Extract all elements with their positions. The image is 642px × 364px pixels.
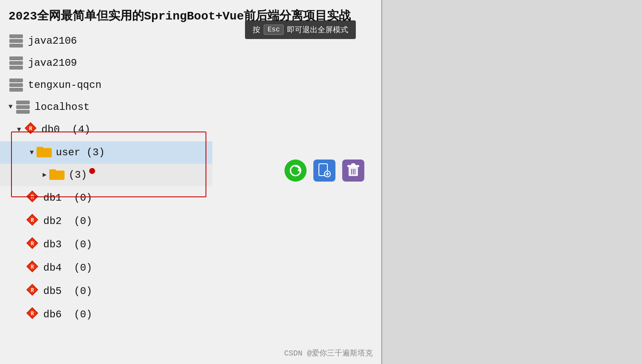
arrow-unnamed: ► bbox=[42, 171, 47, 179]
tree-item-db4[interactable]: R db4 (0) bbox=[0, 256, 212, 280]
esc-key-badge: Esc bbox=[264, 25, 284, 35]
label-db5: db5 (0) bbox=[43, 286, 92, 297]
svg-text:R: R bbox=[31, 218, 34, 224]
folder-icon-user bbox=[37, 145, 52, 160]
db-icon-db5: R bbox=[25, 283, 39, 300]
label-db6: db6 (0) bbox=[43, 309, 92, 320]
server-icon-tengxun-qqcn bbox=[8, 77, 24, 92]
fullscreen-prefix: 按 bbox=[253, 25, 260, 35]
tree-item-db0[interactable]: ▼ R db0 (4) bbox=[0, 118, 212, 141]
svg-text:R: R bbox=[29, 126, 32, 132]
tree-container: java2106 java2109 tengxun- bbox=[0, 25, 212, 326]
server-icon-java2109 bbox=[8, 55, 24, 70]
folder-icon-unnamed bbox=[49, 167, 65, 183]
left-panel: 2023全网最简单但实用的SpringBoot+Vue前后端分离项目实战 按 E… bbox=[0, 0, 382, 364]
svg-rect-4 bbox=[37, 147, 43, 150]
db-icon-db4: R bbox=[25, 260, 39, 276]
label-db1: db1 (0) bbox=[43, 192, 92, 204]
svg-text:R: R bbox=[31, 311, 34, 317]
svg-rect-32 bbox=[351, 163, 355, 166]
svg-text:R: R bbox=[31, 264, 34, 270]
label-localhost: localhost bbox=[35, 101, 90, 113]
tree-item-db2[interactable]: R db2 (0) bbox=[0, 210, 212, 233]
label-db2: db2 (0) bbox=[43, 216, 92, 227]
connect-button[interactable] bbox=[313, 160, 335, 182]
tree-item-db6[interactable]: R db6 (0) bbox=[0, 303, 212, 326]
label-unnamed: (3) bbox=[69, 169, 87, 181]
label-java2106: java2106 bbox=[28, 35, 77, 47]
svg-text:R: R bbox=[31, 241, 34, 247]
db-icon-db0: R bbox=[24, 121, 37, 138]
tree-item-db5[interactable]: R db5 (0) bbox=[0, 280, 212, 303]
tree-item-java2106[interactable]: java2106 bbox=[0, 30, 212, 52]
label-tengxun-qqcn: tengxun-qqcn bbox=[28, 79, 101, 91]
svg-text:R: R bbox=[31, 288, 34, 294]
svg-marker-26 bbox=[297, 168, 300, 172]
arrow-db0: ▼ bbox=[17, 126, 21, 134]
db-icon-db6: R bbox=[25, 306, 39, 323]
server-icon-localhost bbox=[15, 99, 31, 115]
watermark: CSDN @爱你三千遍斯塔克 bbox=[284, 348, 373, 358]
right-panel bbox=[382, 0, 642, 364]
arrow-user: ▼ bbox=[30, 149, 34, 157]
db-icon-db1: R bbox=[25, 190, 39, 206]
server-icon-java2106 bbox=[8, 33, 24, 48]
action-buttons bbox=[284, 160, 364, 182]
refresh-button[interactable] bbox=[284, 160, 307, 182]
arrow-localhost: ▼ bbox=[8, 103, 13, 111]
label-db3: db3 (0) bbox=[43, 239, 92, 250]
tree-item-db1[interactable]: R db1 (0) bbox=[0, 186, 212, 210]
fullscreen-notice: 按 Esc 即可退出全屏模式 bbox=[245, 20, 356, 39]
red-dot-indicator bbox=[89, 168, 95, 174]
db-icon-db2: R bbox=[25, 213, 39, 230]
svg-text:R: R bbox=[31, 194, 34, 200]
tree-item-user[interactable]: ▼ user (3) bbox=[0, 141, 212, 164]
tree-item-java2109[interactable]: java2109 bbox=[0, 52, 212, 74]
tree-item-localhost[interactable]: ▼ localhost bbox=[0, 96, 212, 118]
svg-rect-6 bbox=[49, 169, 56, 173]
label-user: user (3) bbox=[56, 147, 105, 158]
db-icon-db3: R bbox=[25, 236, 39, 253]
label-db4: db4 (0) bbox=[43, 262, 92, 274]
tree-item-unnamed-folder[interactable]: ► (3) bbox=[0, 164, 212, 186]
tree-item-db3[interactable]: R db3 (0) bbox=[0, 233, 212, 256]
label-db0: db0 (4) bbox=[42, 124, 90, 135]
delete-button[interactable] bbox=[342, 160, 364, 182]
fullscreen-suffix: 即可退出全屏模式 bbox=[287, 25, 348, 35]
label-java2109: java2109 bbox=[28, 57, 77, 69]
tree-item-tengxun-qqcn[interactable]: tengxun-qqcn bbox=[0, 74, 212, 96]
